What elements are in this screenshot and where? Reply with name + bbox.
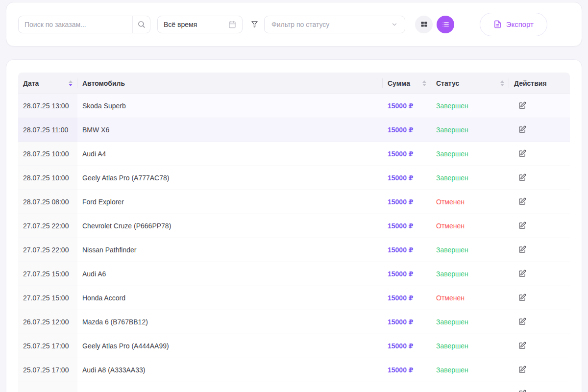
cell-status: Завершен [431, 126, 509, 134]
edit-button[interactable] [517, 196, 527, 207]
edit-button[interactable] [517, 389, 527, 392]
edit-button[interactable] [517, 148, 527, 159]
toolbar: Всё время Фильтр по статусу [6, 2, 582, 46]
sort-icon [422, 80, 426, 86]
status-badge: Отменен [436, 222, 465, 230]
column-label: Автомобиль [82, 79, 125, 87]
cell-status: Завершен [431, 318, 509, 326]
cell-date: 27.07.25 22:00 [18, 238, 77, 262]
status-badge: Завершен [436, 246, 468, 254]
filter-funnel-icon[interactable] [250, 20, 259, 28]
edit-icon [518, 366, 526, 374]
edit-icon [518, 342, 526, 350]
cell-car: Geely Atlas Pro (A777AC78) [77, 174, 383, 182]
column-header-status[interactable]: Статус [431, 73, 509, 94]
table-row: 27.07.25 15:00 Honda Accord 15000 ₽ Отме… [18, 286, 570, 310]
table-row: 27.07.25 22:00 Nissan Pathfinder 15000 ₽… [18, 238, 570, 262]
table-row [18, 382, 570, 392]
cell-actions [509, 389, 570, 392]
calendar-icon [228, 21, 236, 28]
cell-amount: 15000 ₽ [383, 270, 431, 278]
edit-icon [518, 318, 526, 326]
table-row: 27.07.25 15:00 Audi A6 15000 ₽ Завершен [18, 262, 570, 286]
export-file-icon [493, 20, 502, 28]
edit-icon [518, 294, 526, 302]
edit-button[interactable] [517, 365, 527, 375]
status-badge: Завершен [436, 318, 468, 326]
list-view-icon [441, 20, 450, 28]
edit-button[interactable] [517, 220, 527, 231]
cell-status: Завершен [431, 174, 509, 182]
cell-amount: 15000 ₽ [383, 198, 431, 206]
cell-amount: 15000 ₽ [383, 294, 431, 302]
edit-button[interactable] [517, 245, 527, 255]
edit-button[interactable] [517, 100, 527, 111]
cell-car: Skoda Superb [77, 102, 383, 110]
cell-date: 25.07.25 17:00 [18, 358, 77, 382]
edit-icon [518, 101, 526, 110]
cell-date: 28.07.25 10:00 [18, 166, 77, 190]
list-view-button[interactable] [437, 16, 454, 33]
edit-button[interactable] [517, 269, 527, 279]
cell-amount: 15000 ₽ [383, 102, 431, 110]
status-badge: Завершен [436, 126, 468, 134]
cell-status: Завершен [431, 246, 509, 254]
date-range-picker[interactable]: Всё время [157, 16, 243, 33]
cell-car: Nissan Pathfinder [77, 246, 383, 254]
cell-date: 28.07.25 11:00 [18, 118, 77, 142]
cell-actions [509, 269, 570, 279]
search-input[interactable] [19, 16, 132, 33]
toolbar-card: Всё время Фильтр по статусу [6, 2, 582, 47]
column-label: Дата [23, 79, 39, 87]
cell-status: Отменен [431, 222, 509, 230]
edit-icon [518, 149, 526, 158]
column-header-amount[interactable]: Сумма [383, 73, 431, 94]
grid-view-button[interactable] [415, 16, 433, 33]
table-header-row: Дата Автомобиль Сумма Статус [18, 73, 570, 94]
edit-button[interactable] [517, 317, 527, 327]
status-badge: Завершен [436, 366, 468, 374]
cell-amount: 15000 ₽ [383, 222, 431, 230]
status-badge: Завершен [436, 270, 468, 278]
cell-date: 27.07.25 22:00 [18, 214, 77, 238]
grid-view-icon [420, 20, 428, 28]
edit-button[interactable] [517, 124, 527, 135]
edit-button[interactable] [517, 341, 527, 351]
column-header-actions: Действия [509, 73, 570, 94]
search-button[interactable] [132, 16, 150, 33]
cell-actions [509, 124, 570, 135]
cell-date [18, 382, 77, 392]
cell-status: Завершен [431, 150, 509, 158]
cell-actions [509, 293, 570, 303]
status-badge: Отменен [436, 198, 465, 206]
table-row: 28.07.25 11:00 BMW X6 15000 ₽ Завершен [18, 118, 570, 142]
table-row: 27.07.25 22:00 Chevrolet Cruze (P666PP78… [18, 214, 570, 238]
cell-amount: 15000 ₽ [383, 366, 431, 374]
table-row: 25.07.25 17:00 Geely Atlas Pro (A444AA99… [18, 334, 570, 358]
edit-button[interactable] [517, 172, 527, 183]
search-box [18, 16, 150, 33]
cell-status: Завершен [431, 342, 509, 350]
status-badge: Завершен [436, 174, 468, 182]
table-row: 28.07.25 13:00 Skoda Superb 15000 ₽ Заве… [18, 94, 570, 118]
cell-actions [509, 220, 570, 231]
edit-button[interactable] [517, 293, 527, 303]
orders-table-card: Дата Автомобиль Сумма Статус [6, 59, 582, 392]
cell-amount: 15000 ₽ [383, 318, 431, 326]
edit-icon [518, 390, 526, 392]
cell-actions [509, 341, 570, 351]
cell-car: BMW X6 [77, 126, 383, 134]
column-header-date[interactable]: Дата [18, 73, 77, 94]
edit-icon [518, 221, 526, 230]
status-filter-placeholder: Фильтр по статусу [271, 21, 329, 28]
cell-car: Audi A8 (A333AA33) [77, 366, 383, 374]
cell-date: 28.07.25 13:00 [18, 94, 77, 118]
table-row: 26.07.25 12:00 Mazda 6 (B767BB12) 15000 … [18, 310, 570, 334]
export-button[interactable]: Экспорт [480, 13, 547, 36]
edit-icon [518, 173, 526, 182]
cell-actions [509, 196, 570, 207]
table-row: 28.07.25 08:00 Ford Explorer 15000 ₽ Отм… [18, 190, 570, 214]
status-filter-select[interactable]: Фильтр по статусу [264, 16, 405, 33]
status-badge: Отменен [436, 294, 465, 302]
sort-icon [69, 80, 73, 86]
